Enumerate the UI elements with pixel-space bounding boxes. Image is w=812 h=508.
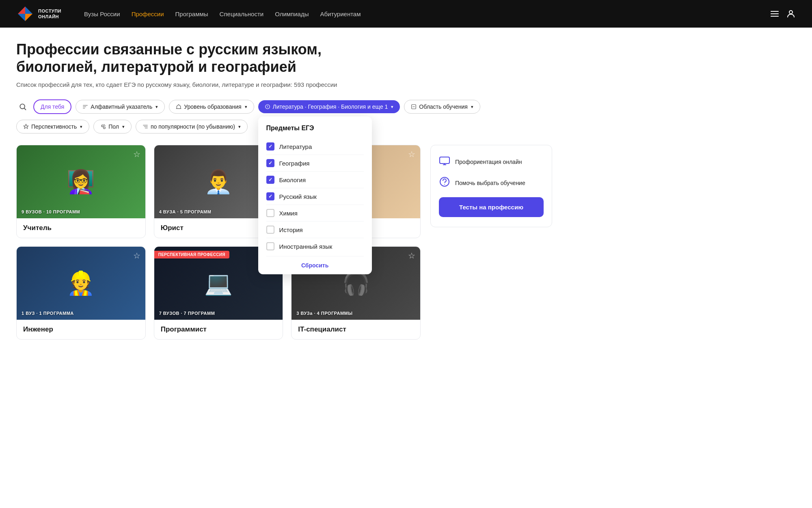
card-title-it: IT-специалист	[298, 325, 414, 334]
nav-item-olimpiady[interactable]: Олимпиады	[275, 11, 309, 17]
nav-item-professii[interactable]: Профессии	[132, 11, 164, 17]
tests-button[interactable]: Тесты на профессию	[439, 197, 544, 217]
sidebar-item-proforientacia[interactable]: Профориентация онлайн	[439, 155, 544, 169]
page-title: Профессии связанные с русским языком, би…	[16, 41, 349, 75]
card-body-uchitel: Учитель	[17, 218, 145, 238]
nav-item-programmy[interactable]: Программы	[175, 11, 208, 17]
checkbox-russkiy[interactable]	[266, 192, 274, 200]
card-stats-programmist: 7 ВУЗОВ · 7 ПРОГРАММ	[159, 311, 215, 316]
svg-marker-2	[18, 14, 25, 21]
svg-point-7	[789, 11, 793, 14]
gender-button[interactable]: Пол ▾	[93, 120, 132, 133]
sort-button[interactable]: по популярности (по убыванию) ▾	[136, 120, 248, 133]
card-stats-inzhener: 1 ВУЗ · 1 ПРОГРАММА	[22, 311, 74, 316]
card-body-inzhener: Инженер	[17, 320, 145, 339]
favorite-icon-it[interactable]: ☆	[408, 251, 415, 260]
checkbox-geografiya[interactable]	[266, 159, 274, 167]
svg-line-9	[24, 108, 26, 110]
svg-point-28	[444, 184, 445, 185]
svg-point-19	[104, 127, 106, 129]
dropdown-item-inostrannyy[interactable]: Иностранный язык	[266, 238, 364, 254]
card-body-it: IT-специалист	[292, 320, 420, 339]
menu-icon-button[interactable]	[770, 9, 780, 19]
card-title-programmist: Программист	[161, 325, 276, 334]
sidebar-item-pomoch[interactable]: Помочь выбрать обучение	[439, 176, 544, 190]
subjects-button[interactable]: Литература · География · Биология и еще …	[258, 100, 400, 113]
svg-marker-0	[18, 6, 25, 14]
dropdown-reset-button[interactable]: Сбросить	[266, 256, 364, 274]
subjects-filter-wrap: Литература · География · Биология и еще …	[258, 100, 400, 113]
education-level-button[interactable]: Уровень образования ▾	[169, 100, 254, 114]
proforientacia-label: Профориентация онлайн	[455, 159, 522, 165]
sidebar: Профориентация онлайн Помочь выбрать обу…	[430, 145, 552, 340]
card-body-programmist: Программист	[154, 320, 283, 339]
card-badge-programmist: ПЕРСПЕКТИВНАЯ ПРОФЕССИЯ	[154, 251, 229, 258]
card-inzhener[interactable]: 👷 ☆ 1 ВУЗ · 1 ПРОГРАММА Инженер	[16, 246, 146, 340]
dropdown-item-russkiy[interactable]: Русский язык	[266, 188, 364, 205]
header-icons	[770, 9, 796, 19]
filters-row-1: Для тебя Алфавитный указатель ▾ Уровень …	[16, 99, 552, 114]
card-image-inzhener: 👷 ☆ 1 ВУЗ · 1 ПРОГРАММА	[17, 247, 145, 320]
search-button[interactable]	[16, 100, 29, 113]
card-stats-uchitel: 9 ВУЗОВ · 10 ПРОГРАММ	[22, 209, 80, 214]
checkbox-istoriya[interactable]	[266, 226, 274, 234]
checkbox-himiya[interactable]	[266, 209, 274, 217]
pomoch-label: Помочь выбрать обучение	[455, 180, 525, 186]
svg-rect-23	[440, 157, 449, 164]
card-image-uchitel: 👩‍🏫 ☆ 9 ВУЗОВ · 10 ПРОГРАММ	[17, 145, 145, 218]
main-nav: Вузы России Профессии Программы Специаль…	[84, 11, 757, 17]
for-you-button[interactable]: Для тебя	[33, 99, 71, 114]
logo-text: ПОСТУПИ ОНЛАЙН	[38, 8, 61, 20]
card-stats-it: 3 ВУЗа · 4 ПРОГРАММЫ	[296, 311, 352, 316]
pomoch-icon	[439, 176, 450, 190]
dropdown-item-literatura[interactable]: Литература	[266, 138, 364, 155]
svg-marker-1	[25, 6, 32, 14]
dropdown-item-istoriya[interactable]: История	[266, 222, 364, 238]
nav-item-abiturientam[interactable]: Абитуриентам	[320, 11, 361, 17]
svg-point-18	[102, 125, 104, 127]
page-subtitle: Список профессий для тех, кто сдает ЕГЭ …	[16, 81, 552, 88]
checkbox-literatura[interactable]	[266, 142, 274, 151]
dropdown-title: Предметы ЕГЭ	[266, 125, 364, 132]
perspective-button[interactable]: Перспективность ▾	[16, 120, 89, 133]
card-uchitel[interactable]: 👩‍🏫 ☆ 9 ВУЗОВ · 10 ПРОГРАММ Учитель	[16, 145, 146, 238]
alphabetical-button[interactable]: Алфавитный указатель ▾	[76, 100, 165, 114]
dropdown-item-biologiya[interactable]: Биология	[266, 172, 364, 188]
dropdown-item-geografiya[interactable]: География	[266, 155, 364, 172]
card-title-inzhener: Инженер	[23, 325, 139, 334]
nav-item-vuzy[interactable]: Вузы России	[84, 11, 120, 17]
favorite-icon-3[interactable]: ☆	[408, 149, 415, 159]
checkbox-inostrannyy[interactable]	[266, 242, 274, 250]
checkbox-biologiya[interactable]	[266, 176, 274, 184]
logo[interactable]: ПОСТУПИ ОНЛАЙН	[16, 5, 61, 23]
card-title-uchitel: Учитель	[23, 224, 139, 232]
proforientacia-icon	[439, 155, 450, 169]
favorite-icon-uchitel[interactable]: ☆	[133, 149, 140, 159]
subjects-dropdown: Предметы ЕГЭ Литература География Биолог…	[258, 116, 372, 274]
user-icon-button[interactable]	[786, 9, 796, 19]
nav-item-spetsialnosti[interactable]: Специальности	[220, 11, 264, 17]
favorite-icon-inzhener[interactable]: ☆	[133, 251, 140, 260]
svg-marker-3	[25, 14, 32, 21]
header: ПОСТУПИ ОНЛАЙН Вузы России Профессии Про…	[0, 0, 812, 28]
sidebar-box: Профориентация онлайн Помочь выбрать обу…	[430, 145, 552, 227]
card-stats-yurist: 4 ВУЗА · 5 ПРОГРАММ	[159, 209, 212, 214]
study-area-button[interactable]: Область обучения ▾	[404, 100, 480, 114]
main-content: Профессии связанные с русским языком, би…	[0, 28, 568, 353]
dropdown-item-himiya[interactable]: Химия	[266, 205, 364, 222]
